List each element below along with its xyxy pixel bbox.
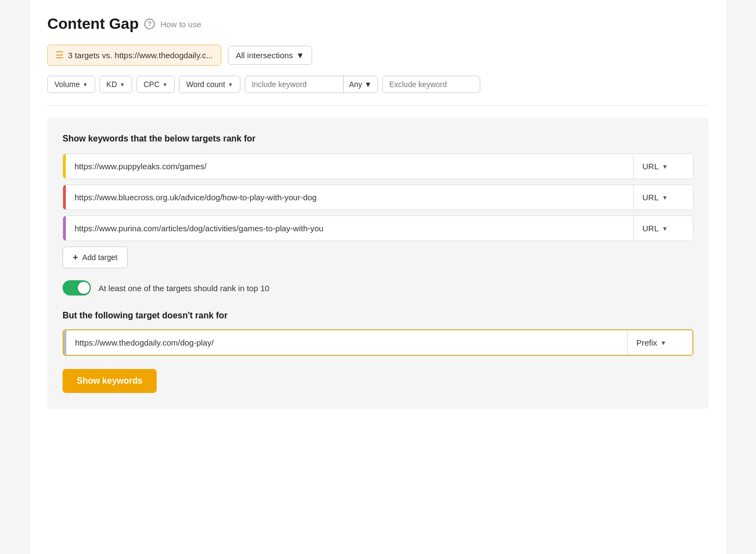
- main-target-type-select[interactable]: Prefix ▼: [627, 330, 692, 355]
- filter-icon: ☰: [55, 50, 64, 61]
- main-target-url-input[interactable]: [66, 330, 627, 355]
- page-title: Content Gap: [47, 15, 139, 33]
- target-type-label-3: URL: [642, 224, 659, 233]
- but-section-title: But the following target doesn't rank fo…: [63, 311, 693, 321]
- toggle-label: At least one of the targets should rank …: [98, 284, 269, 293]
- how-to-use-link[interactable]: How to use: [160, 20, 201, 29]
- target-type-select-1[interactable]: URL ▼: [633, 154, 693, 178]
- word-count-arrow-icon: ▼: [228, 82, 233, 88]
- intersections-button[interactable]: All intersections ▼: [228, 46, 313, 65]
- kd-label: KD: [107, 80, 117, 89]
- target-type-label-1: URL: [642, 162, 659, 171]
- divider: [47, 105, 709, 106]
- page-header: Content Gap ? How to use: [47, 15, 709, 33]
- plus-icon: +: [73, 253, 78, 262]
- kd-filter[interactable]: KD ▼: [100, 76, 132, 93]
- word-count-label: Word count: [186, 80, 225, 89]
- main-target-type-label: Prefix: [636, 338, 657, 347]
- target-type-arrow-icon-3: ▼: [662, 225, 668, 232]
- targets-button-label: 3 targets vs. https://www.thedogdaily.c.…: [68, 51, 213, 60]
- kd-arrow-icon: ▼: [120, 82, 125, 88]
- main-content: Show keywords that the below targets ran…: [47, 118, 709, 409]
- volume-filter[interactable]: Volume ▼: [47, 76, 95, 93]
- volume-arrow-icon: ▼: [83, 82, 88, 88]
- any-label: Any: [349, 80, 362, 89]
- main-target-type-arrow-icon: ▼: [660, 340, 666, 346]
- add-target-button[interactable]: + Add target: [63, 247, 128, 268]
- targets-button[interactable]: ☰ 3 targets vs. https://www.thedogdaily.…: [47, 45, 221, 66]
- word-count-filter[interactable]: Word count ▼: [179, 76, 240, 93]
- show-keywords-button[interactable]: Show keywords: [63, 369, 157, 393]
- target-type-arrow-icon-2: ▼: [662, 194, 668, 201]
- target-row: URL ▼: [63, 184, 693, 210]
- target-row: URL ▼: [63, 216, 693, 241]
- include-keyword-input[interactable]: [245, 76, 343, 93]
- cpc-label: CPC: [144, 80, 160, 89]
- target-url-input-2[interactable]: [66, 185, 633, 210]
- target-type-arrow-icon-1: ▼: [662, 163, 668, 170]
- target-url-input-1[interactable]: [66, 154, 633, 178]
- top-10-toggle[interactable]: [63, 280, 91, 296]
- intersections-label: All intersections: [236, 51, 293, 60]
- any-arrow-icon: ▼: [364, 80, 372, 89]
- target-type-select-3[interactable]: URL ▼: [633, 216, 693, 241]
- show-keywords-section-title: Show keywords that the below targets ran…: [63, 134, 693, 144]
- main-target-row: Prefix ▼: [63, 329, 693, 356]
- target-type-label-2: URL: [642, 193, 659, 202]
- toggle-thumb: [78, 282, 90, 294]
- help-icon[interactable]: ?: [144, 19, 155, 29]
- include-keyword-group: Any ▼: [245, 76, 378, 93]
- cpc-filter[interactable]: CPC ▼: [137, 76, 175, 93]
- add-target-label: Add target: [82, 253, 117, 262]
- filter-row: Volume ▼ KD ▼ CPC ▼ Word count ▼ Any ▼: [47, 76, 709, 93]
- controls-bar: ☰ 3 targets vs. https://www.thedogdaily.…: [47, 45, 709, 66]
- intersections-arrow-icon: ▼: [296, 51, 305, 60]
- target-type-select-2[interactable]: URL ▼: [633, 185, 693, 210]
- toggle-row: At least one of the targets should rank …: [63, 280, 693, 296]
- exclude-keyword-input[interactable]: [382, 76, 480, 93]
- cpc-arrow-icon: ▼: [163, 82, 168, 88]
- target-url-input-3[interactable]: [66, 216, 633, 241]
- any-button[interactable]: Any ▼: [343, 76, 377, 93]
- volume-label: Volume: [54, 80, 80, 89]
- target-row: URL ▼: [63, 153, 693, 179]
